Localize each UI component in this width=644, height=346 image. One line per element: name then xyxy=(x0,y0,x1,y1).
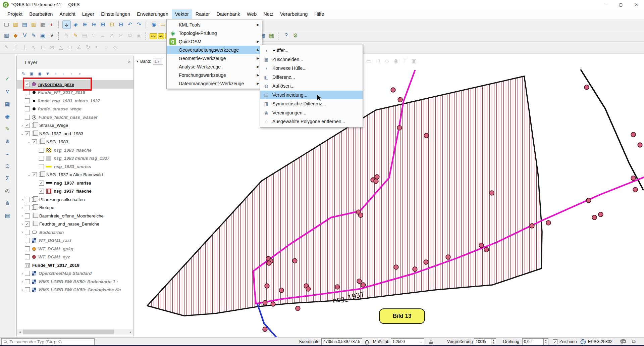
layer-visibility-checkbox[interactable]: ✓ xyxy=(25,131,30,136)
layer-row-funde-wt-2017-2019[interactable]: Funde_WT_2017_2019 xyxy=(17,261,133,269)
layer-visibility-checkbox[interactable] xyxy=(25,246,30,251)
layer-visibility-checkbox[interactable]: ✓ xyxy=(25,221,30,227)
labeling-options-button[interactable]: abc xyxy=(150,33,157,39)
menu-item-vereinigungen[interactable]: ◉Vereinigungen... xyxy=(260,108,363,117)
menu-hilfe[interactable]: Hilfe xyxy=(311,9,327,19)
mouse-tracking-icon[interactable] xyxy=(364,339,370,345)
collapse-icon[interactable]: ⌄ xyxy=(26,140,32,144)
raster-tools-button[interactable]: ▦ xyxy=(3,100,12,108)
layer-visibility-checkbox[interactable] xyxy=(25,98,30,103)
layer-row-funde-nsg-1983-minus-1937[interactable]: funde_nsg_1983_minus_1937 xyxy=(17,97,133,105)
menu-bearbeiten[interactable]: Bearbeiten xyxy=(26,9,56,19)
menu-item-zuschneiden[interactable]: ▩Zuschneiden... xyxy=(260,55,363,64)
zoom-to-layer-button[interactable]: ⊟ xyxy=(117,20,125,29)
layer-row-nsg-1983-minus-nsg-1937[interactable]: nsg_1983 minus nsg_1937 xyxy=(17,154,133,163)
layer-row-nsg-1937-alter-bannwald[interactable]: ⌄✓NSG_1937 = Alter Bannwald xyxy=(17,171,133,179)
remove-layer-button[interactable]: ▫ xyxy=(76,70,84,78)
split-features-button[interactable]: ⋈ xyxy=(48,43,56,52)
layer-row-nsg-1937-umriss[interactable]: ✓nsg_1937_umriss xyxy=(17,179,133,187)
perpendicular-construction-button[interactable]: ⊥ xyxy=(20,43,29,52)
new-project-button[interactable]: ▢ xyxy=(2,20,11,29)
maximize-button[interactable]: ▢ xyxy=(613,0,629,9)
collapse-icon[interactable]: ⌄ xyxy=(26,172,32,177)
menu-vektor[interactable]: Vektor xyxy=(172,9,192,19)
messages-icon[interactable] xyxy=(620,339,627,345)
trace-tool-button[interactable]: ∿ xyxy=(30,43,38,52)
fill-ring-button[interactable]: ◻ xyxy=(66,43,74,52)
menu-item-analyse-werkzeuge[interactable]: ■Analyse-Werkzeuge▶ xyxy=(167,62,262,71)
zoom-full-extent-button[interactable]: ⊞ xyxy=(99,20,107,29)
overview-tool-button[interactable]: ◎ xyxy=(3,187,12,195)
menu-raster[interactable]: Raster xyxy=(192,9,213,19)
layer-visibility-checkbox[interactable] xyxy=(25,254,30,259)
layer-visibility-checkbox[interactable]: ✓ xyxy=(39,181,44,186)
menu-item-quickosm[interactable]: QQuickOSM▶ xyxy=(167,37,262,46)
expand-icon[interactable]: › xyxy=(19,123,25,128)
label-pin-button[interactable]: ab xyxy=(158,33,164,39)
menu-item-topologie-prüfung[interactable]: ◉Topologie-Prüfung xyxy=(167,29,262,37)
layer-visibility-checkbox[interactable] xyxy=(25,279,30,284)
offset-curve-button[interactable]: ⊓ xyxy=(39,43,47,52)
layer-visibility-checkbox[interactable] xyxy=(39,148,44,153)
layer-row-bodenarten[interactable]: ›Bodenarten xyxy=(17,228,133,237)
simplify-feature-button[interactable]: ≈ xyxy=(93,43,101,52)
style-manager-button[interactable]: ◐ xyxy=(48,20,56,29)
georeferencer-button[interactable]: ◉ xyxy=(3,112,12,121)
menu-item-verschneidung[interactable]: ▨Verschneidung... xyxy=(260,91,363,100)
layer-row-nsg-1983[interactable]: ⌄✓NSG_1983 xyxy=(17,138,133,146)
layer-visibility-checkbox[interactable] xyxy=(39,156,44,161)
layer-visibility-checkbox[interactable] xyxy=(25,197,30,202)
annotation-text-button[interactable]: T xyxy=(401,57,409,65)
copy-features-button[interactable]: ⧉ xyxy=(126,32,134,40)
menu-item-konvexe-hülle[interactable]: ◗Konvexe Hülle... xyxy=(260,64,363,73)
menu-einstellungen[interactable]: Einstellungen xyxy=(98,9,133,19)
identify-features-button[interactable]: ◉ xyxy=(150,20,158,29)
menu-erweiterungen[interactable]: Erweiterungen xyxy=(133,9,172,19)
spreadsheet-layers-button[interactable]: ▦ xyxy=(267,32,276,40)
scroll-right-icon[interactable]: ▸ xyxy=(128,329,133,335)
menu-item-symmetrische-differenz[interactable]: ◨Symmetrische Differenz... xyxy=(260,99,363,108)
menu-item-puffer[interactable]: ◖Puffer... xyxy=(260,46,363,55)
layer-visibility-checkbox[interactable] xyxy=(25,90,30,95)
menu-netz[interactable]: Netz xyxy=(260,9,277,19)
vector-overlay-tools-button[interactable]: ∨ xyxy=(3,88,12,96)
band-select[interactable]: 1 ▾ xyxy=(153,58,163,65)
menu-datenbank[interactable]: Datenbank xyxy=(213,9,244,19)
menu-layer[interactable]: Layer xyxy=(79,9,98,19)
manage-map-themes-button[interactable]: ◉ xyxy=(36,70,43,78)
move-feature-button[interactable]: ↔ xyxy=(99,32,107,40)
expand-icon[interactable]: › xyxy=(19,271,25,276)
clip-tool-button[interactable]: ◒ xyxy=(3,150,12,158)
layer-row-openstreetmap-standard[interactable]: ›OpenStreetMap Standard xyxy=(17,269,133,278)
layer-row-wms-lgrb-bw-gk50-geologische-ka[interactable]: ›WMS LGRB-BW GK50: Geologische Ka xyxy=(17,286,133,294)
layer-row-wms-lgrb-bw-bk50-bodenkarte-1[interactable]: ›WMS LGRB-BW BK50: Bodenkarte 1 : xyxy=(17,278,133,286)
menu-item-auflösen[interactable]: ◍Auflösen... xyxy=(260,82,363,91)
menu-ansicht[interactable]: Ansicht xyxy=(56,9,79,19)
add-spatialite-layer-button[interactable]: ◆ xyxy=(11,32,20,40)
new-print-layout-button[interactable]: ▥ xyxy=(30,20,38,29)
layer-row-nsg-1983-flaeche[interactable]: nsg_1983_flaeche xyxy=(17,146,133,154)
filter-legend-button[interactable]: ▼ xyxy=(44,70,51,78)
zoom-out-button[interactable]: ⊖ xyxy=(90,20,98,29)
open-styling-dock-button[interactable]: ✎ xyxy=(20,70,27,78)
pan-map-button[interactable]: ↔↕ xyxy=(62,20,71,29)
menu-item-geometrie-werkzeuge[interactable]: ■Geometrie-Werkzeuge▶ xyxy=(167,54,262,62)
crs-globe-icon[interactable] xyxy=(580,339,586,345)
menu-item-datenmanagement-werkzeuge[interactable]: ■Datenmanagement-Werkzeuge▶ xyxy=(167,79,262,88)
save-project-button[interactable]: ▤ xyxy=(20,20,29,29)
layer-visibility-checkbox[interactable] xyxy=(25,230,30,235)
menu-web[interactable]: Web xyxy=(244,9,260,19)
processing-toolbox-button[interactable]: ⚙ xyxy=(291,32,300,40)
crs-status[interactable]: EPSG:25832 xyxy=(588,339,612,344)
layer-visibility-checkbox[interactable] xyxy=(25,287,30,292)
pan-to-selection-button[interactable]: ◈ xyxy=(71,20,80,29)
layer-visibility-checkbox[interactable]: ✓ xyxy=(39,189,44,194)
trim-extend-button[interactable]: ∠ xyxy=(75,43,83,52)
select-freehand-button[interactable]: ◇ xyxy=(383,57,391,65)
menu-item-kml-tools[interactable]: ■KML Tools▶ xyxy=(167,20,262,29)
select-polygon-button[interactable]: ◻ xyxy=(374,57,382,65)
table-tool-button[interactable]: ▤ xyxy=(3,212,12,220)
zoom-next-button[interactable]: ↷ xyxy=(135,20,143,29)
layer-visibility-checkbox[interactable] xyxy=(39,164,44,169)
intersect-tool-button[interactable]: ⊙ xyxy=(3,162,12,170)
